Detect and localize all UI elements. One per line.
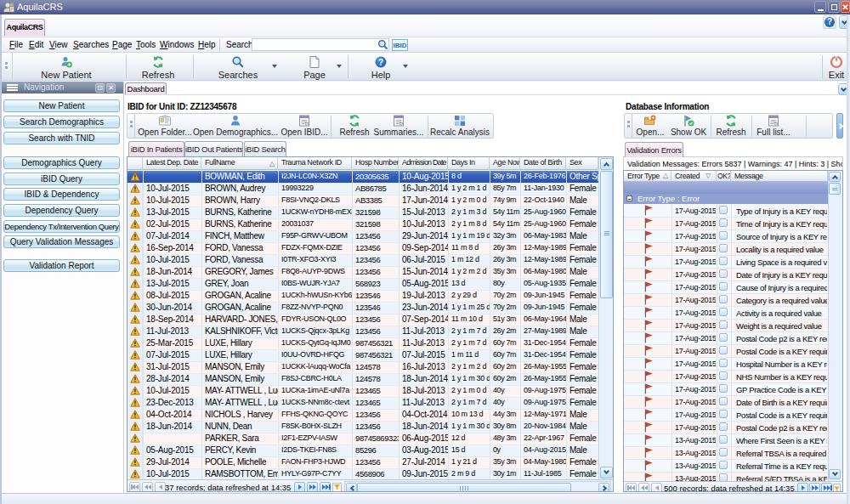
svg-text:?: ? — [378, 58, 383, 67]
